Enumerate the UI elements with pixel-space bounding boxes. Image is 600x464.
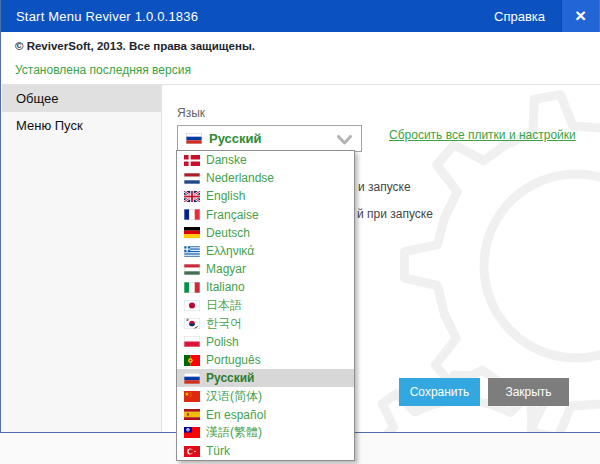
language-option-magyar[interactable]: Magyar	[177, 260, 354, 278]
close-window-button[interactable]: ×	[561, 0, 599, 32]
info-bar: © ReviverSoft, 2013. Все права защищены.…	[2, 32, 600, 84]
language-option-nederlandse[interactable]: Nederlandse	[177, 169, 354, 187]
sidebar: Общее Меню Пуск	[2, 85, 162, 432]
language-option-chinese-traditional[interactable]: 漢語(繁體)	[177, 424, 354, 442]
flag-china-icon	[184, 391, 200, 402]
language-dropdown-list: Danske Nederlandse English Française Deu…	[176, 150, 355, 461]
language-option-spanish[interactable]: En español	[177, 406, 354, 424]
flag-hungary-icon	[184, 264, 200, 275]
option-label-fragment-2: й при запуске	[357, 207, 433, 221]
language-option-chinese-simplified[interactable]: 汉语(简体)	[177, 387, 354, 405]
flag-poland-icon	[184, 336, 200, 347]
copyright-text: © ReviverSoft, 2013. Все права защищены.	[15, 40, 255, 52]
language-option-deutsch[interactable]: Deutsch	[177, 224, 354, 242]
language-select-value: Русский	[209, 131, 262, 146]
flag-taiwan-icon	[184, 427, 200, 438]
window-title: Start Menu Reviver 1.0.0.1836	[1, 9, 494, 24]
language-option-turkish[interactable]: Türk	[177, 442, 354, 460]
reset-tiles-link[interactable]: Сбросить все плитки и настройки	[389, 128, 576, 142]
language-option-danske[interactable]: Danske	[177, 151, 354, 169]
language-option-francaise[interactable]: Française	[177, 206, 354, 224]
sidebar-item-start-menu[interactable]: Меню Пуск	[2, 112, 161, 139]
flag-netherlands-icon	[184, 173, 200, 184]
flag-united-kingdom-icon	[184, 191, 200, 202]
flag-russia-icon	[186, 133, 202, 144]
save-button[interactable]: Сохранить	[399, 378, 480, 406]
close-icon: ×	[575, 5, 586, 27]
title-bar: Start Menu Reviver 1.0.0.1836 Справка ×	[1, 0, 599, 32]
language-option-korean[interactable]: 한국어	[177, 315, 354, 333]
sidebar-item-label: Общее	[16, 91, 59, 106]
sidebar-item-general[interactable]: Общее	[2, 85, 161, 112]
flag-japan-icon	[184, 300, 200, 311]
language-option-italiano[interactable]: Italiano	[177, 278, 354, 296]
language-label: Язык	[177, 106, 205, 120]
language-option-russian[interactable]: Русский	[177, 369, 354, 387]
flag-south-korea-icon	[184, 318, 200, 329]
flag-turkey-icon	[184, 446, 200, 457]
flag-portugal-icon	[184, 355, 200, 366]
sidebar-item-label: Меню Пуск	[16, 118, 83, 133]
language-option-portugues[interactable]: Português	[177, 351, 354, 369]
flag-greece-icon	[184, 246, 200, 257]
flag-germany-icon	[184, 227, 200, 238]
language-option-polish[interactable]: Polish	[177, 333, 354, 351]
language-option-greek[interactable]: Ελληνικά	[177, 242, 354, 260]
update-status-link[interactable]: Установлена последняя версия	[15, 63, 191, 77]
flag-denmark-icon	[184, 155, 200, 166]
flag-italy-icon	[184, 282, 200, 293]
flag-russia-icon	[184, 373, 200, 384]
chevron-down-icon	[337, 135, 352, 145]
option-label-fragment-1: и запуске	[358, 180, 411, 194]
close-button[interactable]: Закрыть	[488, 378, 569, 406]
flag-france-icon	[184, 209, 200, 220]
language-select[interactable]: Русский	[177, 125, 362, 152]
flag-spain-icon	[184, 409, 200, 420]
help-link[interactable]: Справка	[494, 9, 545, 24]
screenshot-root: Start Menu Reviver 1.0.0.1836 Справка × …	[0, 0, 600, 464]
language-option-japanese[interactable]: 日本語	[177, 297, 354, 315]
language-option-english[interactable]: English	[177, 187, 354, 205]
